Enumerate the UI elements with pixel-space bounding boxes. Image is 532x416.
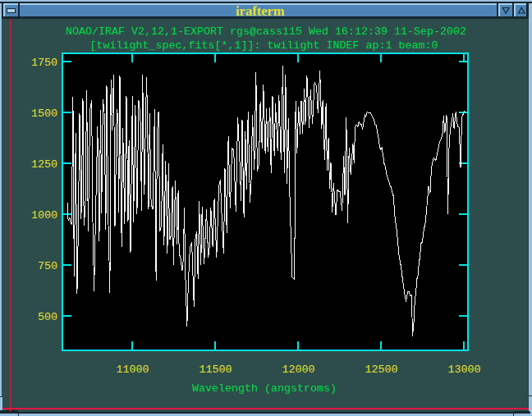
svg-text:1500: 1500 [31, 107, 57, 120]
svg-text:12000: 12000 [282, 363, 315, 376]
svg-text:11500: 11500 [200, 363, 232, 376]
svg-text:750: 750 [38, 260, 57, 272]
svg-text:1750: 1750 [31, 57, 57, 69]
svg-text:[twilight_spec,fits[*,1]]: twi: [twilight_spec,fits[*,1]]: twilight INDE… [90, 39, 438, 52]
svg-text:1250: 1250 [31, 158, 57, 171]
svg-text:13000: 13000 [448, 363, 481, 376]
svg-text:11000: 11000 [117, 363, 149, 376]
svg-text:NOAO/IRAF V2,12,1-EXPORT rgs@c: NOAO/IRAF V2,12,1-EXPORT rgs@cass115 Wed… [66, 25, 466, 38]
svg-text:12500: 12500 [365, 363, 398, 376]
svg-text:500: 500 [38, 311, 57, 323]
svg-text:Wavelength (angstroms): Wavelength (angstroms) [192, 382, 337, 395]
svg-text:1000: 1000 [31, 209, 57, 222]
